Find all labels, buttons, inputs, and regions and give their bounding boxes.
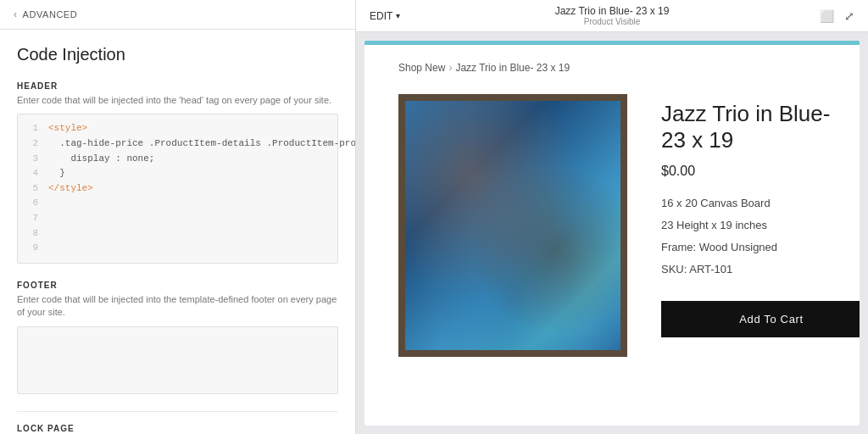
topbar-product-title: Jazz Trio in Blue- 23 x 19: [555, 5, 670, 17]
store-preview: Shop New › Jazz Trio in Blue- 23 x 19 Ja…: [364, 45, 860, 374]
product-section: Jazz Trio in Blue-23 x 19 $0.00 16 x 20 …: [398, 94, 826, 357]
code-content: <style> .tag-hide-price .ProductItem-det…: [48, 121, 355, 255]
product-detail-1: 16 x 20 Canvas Board: [661, 192, 860, 214]
topbar-icons: ⬜ ⤢: [820, 9, 854, 23]
edit-button[interactable]: EDIT ▾: [370, 10, 400, 22]
header-section-label: HEADER: [17, 81, 338, 91]
back-nav[interactable]: ‹ ADVANCED: [0, 0, 355, 30]
breadcrumb: Shop New › Jazz Trio in Blue- 23 x 19: [398, 62, 826, 74]
product-info: Jazz Trio in Blue-23 x 19 $0.00 16 x 20 …: [661, 94, 860, 337]
right-panel: EDIT ▾ Jazz Trio in Blue- 23 x 19 Produc…: [356, 0, 868, 434]
section-divider: [17, 411, 338, 412]
product-detail-4: SKU: ART-101: [661, 259, 860, 281]
footer-section-label: FOOTER: [17, 281, 338, 290]
product-details: 16 x 20 Canvas Board 23 Height x 19 inch…: [661, 192, 860, 281]
add-to-cart-button[interactable]: Add To Cart: [661, 301, 860, 337]
header-code-editor[interactable]: 1 2 3 4 5 6 7 8 9 <style> .tag-hide-pric…: [17, 114, 338, 263]
chevron-left-icon: ‹: [14, 8, 18, 20]
edit-caret-icon: ▾: [396, 11, 400, 20]
lock-page-section-label: LOCK PAGE: [17, 424, 338, 433]
product-image: [398, 94, 627, 357]
footer-section-desc: Enter code that will be injected into th…: [17, 293, 338, 320]
product-title: Jazz Trio in Blue-23 x 19: [661, 101, 860, 153]
mobile-view-icon[interactable]: ⬜: [820, 9, 834, 23]
edit-label: EDIT: [370, 10, 392, 22]
product-detail-2: 23 Height x 19 inches: [661, 214, 860, 236]
left-panel: ‹ ADVANCED Code Injection HEADER Enter c…: [0, 0, 356, 434]
page-title: Code Injection: [17, 45, 338, 64]
breadcrumb-product: Jazz Trio in Blue- 23 x 19: [455, 62, 570, 74]
line-numbers: 1 2 3 4 5 6 7 8 9: [26, 121, 38, 255]
preview-content: Shop New › Jazz Trio in Blue- 23 x 19 Ja…: [364, 41, 860, 426]
expand-icon[interactable]: ⤢: [844, 9, 854, 23]
product-detail-3: Frame: Wood Unsigned: [661, 236, 860, 259]
back-label: ADVANCED: [23, 9, 78, 19]
preview-topbar: EDIT ▾ Jazz Trio in Blue- 23 x 19 Produc…: [356, 0, 868, 32]
header-section-desc: Enter code that will be injected into th…: [17, 94, 338, 107]
breadcrumb-shop: Shop New: [398, 62, 445, 74]
left-panel-content: Code Injection HEADER Enter code that wi…: [0, 30, 355, 434]
product-price: $0.00: [661, 164, 860, 179]
topbar-title: Jazz Trio in Blue- 23 x 19 Product Visib…: [555, 5, 670, 26]
painting-overlay: [405, 101, 620, 350]
breadcrumb-sep: ›: [448, 62, 452, 74]
footer-code-editor[interactable]: [17, 326, 338, 394]
topbar-product-status: Product Visible: [555, 17, 670, 26]
